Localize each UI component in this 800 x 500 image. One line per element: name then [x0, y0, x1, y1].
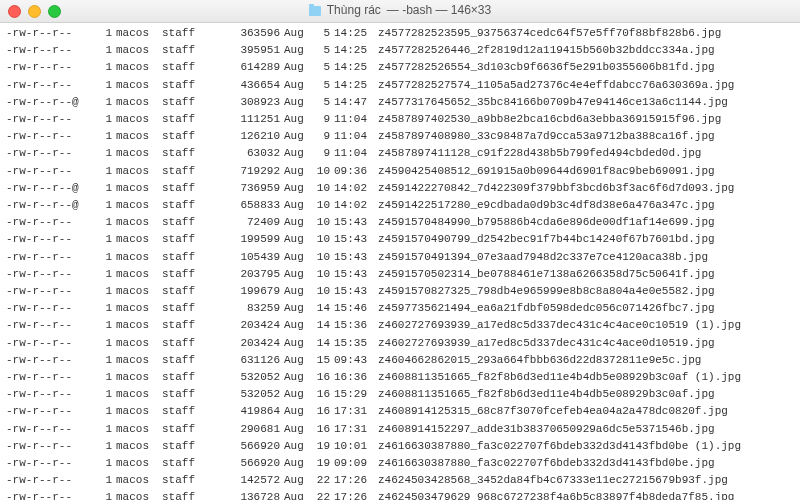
list-item: -rw-r--r--1macosstaff631126Aug1509:43z46…	[6, 352, 794, 369]
list-item: -rw-r--r--1macosstaff436654Aug514:25z457…	[6, 77, 794, 94]
list-item: -rw-r--r--1macosstaff72409Aug1015:43z459…	[6, 214, 794, 231]
list-item: -rw-r--r--1macosstaff126210Aug911:04z458…	[6, 128, 794, 145]
list-item: -rw-r--r--1macosstaff363596Aug514:25z457…	[6, 25, 794, 42]
list-item: -rw-r--r--1macosstaff63032Aug911:04z4587…	[6, 145, 794, 162]
list-item: -rw-r--r--1macosstaff105439Aug1015:43z45…	[6, 249, 794, 266]
traffic-lights	[8, 5, 61, 18]
list-item: -rw-r--r--1macosstaff199599Aug1015:43z45…	[6, 231, 794, 248]
list-item: -rw-r--r--1macosstaff111251Aug911:04z458…	[6, 111, 794, 128]
list-item: -rw-r--r--1macosstaff199679Aug1015:43z45…	[6, 283, 794, 300]
title-bar: Thùng rác — -bash — 146×33	[0, 0, 800, 23]
list-item: -rw-r--r--1macosstaff566920Aug1909:09z46…	[6, 455, 794, 472]
list-item: -rw-r--r--1macosstaff419864Aug1617:31z46…	[6, 403, 794, 420]
folder-icon	[309, 6, 321, 16]
list-item: -rw-r--r--1macosstaff395951Aug514:25z457…	[6, 42, 794, 59]
list-item: -rw-r--r--1macosstaff203424Aug1415:36z46…	[6, 317, 794, 334]
zoom-icon[interactable]	[48, 5, 61, 18]
list-item: -rw-r--r--1macosstaff203795Aug1015:43z45…	[6, 266, 794, 283]
minimize-icon[interactable]	[28, 5, 41, 18]
list-item: -rw-r--r--1macosstaff532052Aug1616:36z46…	[6, 369, 794, 386]
close-icon[interactable]	[8, 5, 21, 18]
title-folder: Thùng rác	[327, 2, 381, 19]
list-item: -rw-r--r--1macosstaff532052Aug1615:29z46…	[6, 386, 794, 403]
list-item: -rw-r--r--@1macosstaff736959Aug1014:02z4…	[6, 180, 794, 197]
list-item: -rw-r--r--1macosstaff719292Aug1009:36z45…	[6, 163, 794, 180]
list-item: -rw-r--r--@1macosstaff658833Aug1014:02z4…	[6, 197, 794, 214]
list-item: -rw-r--r--1macosstaff136728Aug2217:26z46…	[6, 489, 794, 500]
list-item: -rw-r--r--1macosstaff203424Aug1415:35z46…	[6, 335, 794, 352]
list-item: -rw-r--r--1macosstaff566920Aug1910:01z46…	[6, 438, 794, 455]
terminal-output[interactable]: -rw-r--r--1macosstaff363596Aug514:25z457…	[0, 23, 800, 500]
list-item: -rw-r--r--1macosstaff83259Aug1415:46z459…	[6, 300, 794, 317]
list-item: -rw-r--r--1macosstaff614289Aug514:25z457…	[6, 59, 794, 76]
window-title: Thùng rác — -bash — 146×33	[309, 2, 491, 19]
title-session: — -bash — 146×33	[387, 2, 491, 19]
list-item: -rw-r--r--1macosstaff142572Aug2217:26z46…	[6, 472, 794, 489]
list-item: -rw-r--r--1macosstaff290681Aug1617:31z46…	[6, 421, 794, 438]
list-item: -rw-r--r--@1macosstaff308923Aug514:47z45…	[6, 94, 794, 111]
